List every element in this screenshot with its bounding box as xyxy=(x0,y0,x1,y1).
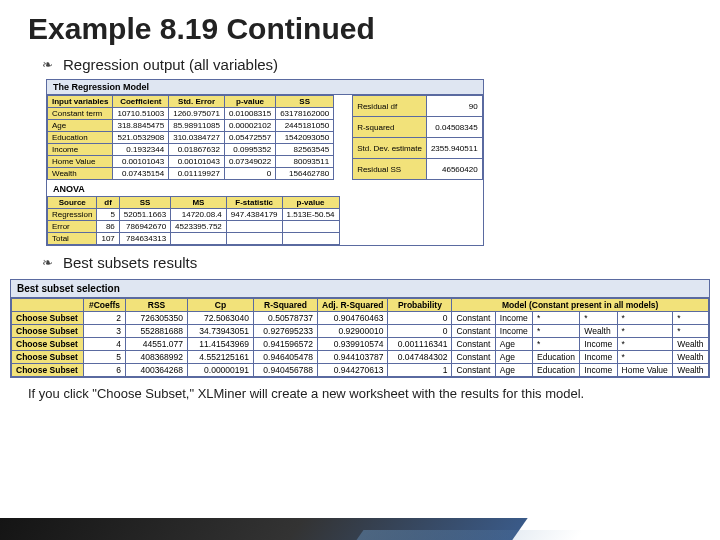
regression-table: Input variables Coefficient Std. Error p… xyxy=(47,95,334,180)
regression-side-table: Residual df90 R-squared0.04508345 Std. D… xyxy=(352,95,482,180)
table-row: Choose Subset54083689924.5521251610.9464… xyxy=(12,351,709,364)
bullet-regression-text: Regression output (all variables) xyxy=(63,56,278,73)
bullet-icon: ❧ xyxy=(42,57,53,72)
footnote: If you click "Choose Subset," XLMiner wi… xyxy=(0,378,720,401)
slide-title: Example 8.19 Continued xyxy=(0,0,720,54)
subset-table: #Coeffs RSS Cp R-Squared Adj. R-Squared … xyxy=(11,298,709,377)
regression-block: The Regression Model Input variables Coe… xyxy=(46,79,720,246)
table-row: Choose Subset272630535072.50630400.50578… xyxy=(12,312,709,325)
table-row: Choose Subset64003642680.000001910.94045… xyxy=(12,364,709,377)
bullet-icon: ❧ xyxy=(42,255,53,270)
table-row: Choose Subset444551.07711.415439690.9415… xyxy=(12,338,709,351)
anova-label: ANOVA xyxy=(47,180,483,196)
bullet-subsets-text: Best subsets results xyxy=(63,254,197,271)
decorative-swoosh xyxy=(0,514,720,540)
anova-table: Source df SS MS F-statistic p-value Regr… xyxy=(47,196,340,245)
table-row: Choose Subset355288168834.739430510.9276… xyxy=(12,325,709,338)
subset-block: Best subset selection #Coeffs RSS Cp R-S… xyxy=(10,279,710,378)
bullet-regression: ❧ Regression output (all variables) xyxy=(0,54,720,79)
subset-header: Best subset selection xyxy=(11,280,709,298)
regression-header: The Regression Model xyxy=(47,80,483,95)
bullet-subsets: ❧ Best subsets results xyxy=(0,252,720,277)
